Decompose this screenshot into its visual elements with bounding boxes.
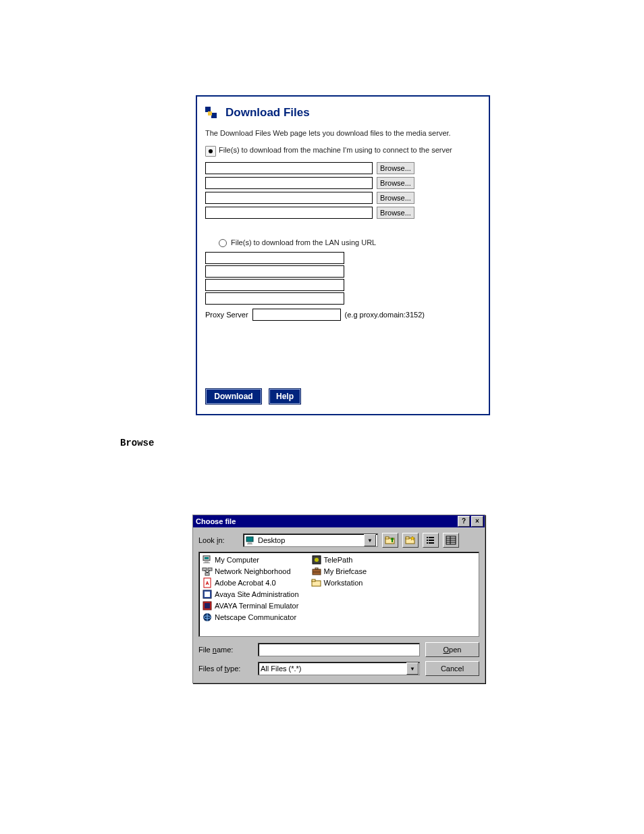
app-icon	[202, 600, 213, 611]
download-button[interactable]: Download	[205, 388, 262, 405]
svg-rect-11	[429, 537, 434, 538]
folder-icon	[311, 577, 322, 588]
lookin-value: Desktop	[258, 536, 285, 544]
panel-header: Download Files	[197, 97, 489, 124]
list-item[interactable]: My Briefcase	[311, 565, 367, 577]
svg-rect-4	[248, 542, 252, 544]
browse-button[interactable]: Browse...	[377, 162, 414, 174]
list-item[interactable]: Avaya Site Administration	[202, 588, 299, 600]
list-item[interactable]: TelePath	[311, 554, 367, 565]
file-input-2[interactable]	[205, 177, 373, 189]
choose-file-dialog: Choose file ? × Look in:	[192, 515, 485, 683]
svg-rect-5	[247, 544, 252, 544]
filename-input[interactable]	[258, 643, 420, 656]
download-files-panel: Download Files The Download Files Web pa…	[196, 95, 490, 415]
proxy-label: Proxy Server	[205, 311, 248, 319]
proxy-input[interactable]	[252, 309, 341, 321]
url-input-1[interactable]	[205, 252, 344, 264]
file-input-4[interactable]	[205, 207, 373, 219]
chevron-down-icon[interactable]: ▼	[364, 534, 376, 546]
option-machine-row[interactable]: File(s) to download from the machine I'm…	[197, 145, 489, 157]
dialog-title: Choose file	[196, 517, 236, 525]
option-machine-label: File(s) to download from the machine I'm…	[219, 145, 452, 155]
page-title: Download Files	[225, 106, 310, 120]
browse-button[interactable]: Browse...	[377, 207, 414, 219]
app-icon	[311, 554, 322, 565]
svg-rect-24	[203, 563, 210, 563]
cancel-button[interactable]: Cancel	[425, 661, 479, 676]
svg-rect-27	[205, 573, 209, 575]
file-input-1[interactable]	[205, 162, 373, 174]
file-row: Browse...	[197, 190, 489, 205]
svg-rect-25	[203, 568, 207, 571]
svg-rect-23	[205, 561, 209, 563]
browse-heading: Browse	[120, 438, 154, 448]
svg-rect-33	[205, 592, 210, 597]
filename-label: File name:	[198, 646, 252, 654]
chevron-down-icon[interactable]: ▼	[406, 662, 419, 675]
filetype-select[interactable]: All Files (*.*) ▼	[258, 662, 420, 675]
radio-unselected-icon[interactable]	[219, 239, 227, 247]
netscape-icon	[202, 612, 213, 623]
svg-rect-0	[205, 107, 211, 112]
option-lan-label: File(s) to download from the LAN using U…	[231, 238, 376, 248]
filetype-label: Files of type:	[198, 664, 252, 673]
lookin-row: Look in: Desktop ▼	[198, 533, 479, 548]
svg-point-40	[315, 558, 319, 562]
svg-rect-35	[205, 603, 210, 608]
pdf-icon: A	[202, 577, 213, 588]
lookin-select[interactable]: Desktop ▼	[243, 533, 378, 547]
computer-icon	[202, 554, 213, 565]
svg-rect-13	[429, 540, 434, 541]
lookin-label: Look in:	[198, 536, 239, 544]
svg-rect-14	[427, 542, 428, 544]
list-view-icon[interactable]	[423, 533, 439, 548]
svg-rect-3	[246, 537, 253, 542]
list-item[interactable]: AVAYA Terminal Emulator	[202, 600, 299, 611]
radio-selected-icon[interactable]	[205, 146, 216, 157]
up-one-level-icon[interactable]	[382, 533, 398, 548]
dialog-titlebar[interactable]: Choose file ? ×	[193, 515, 485, 527]
file-row: Browse...	[197, 205, 489, 220]
logo-icon	[204, 106, 217, 120]
list-item[interactable]: A Adobe Acrobat 4.0	[202, 577, 299, 588]
details-view-icon[interactable]	[443, 533, 459, 548]
list-item[interactable]: My Computer	[202, 554, 299, 565]
file-row: Browse...	[197, 176, 489, 190]
desktop-icon	[245, 535, 256, 546]
list-item[interactable]: Workstation	[311, 577, 367, 588]
svg-rect-26	[208, 568, 212, 571]
svg-rect-42	[315, 568, 318, 569]
url-input-3[interactable]	[205, 279, 344, 291]
svg-text:A: A	[205, 581, 209, 585]
intro-text: The Download Files Web page lets you dow…	[197, 124, 489, 145]
app-icon	[202, 589, 213, 600]
proxy-hint: (e.g proxy.domain:3152)	[345, 311, 425, 319]
browse-button[interactable]: Browse...	[377, 192, 414, 204]
svg-rect-1	[211, 113, 217, 118]
url-input-4[interactable]	[205, 292, 344, 305]
help-icon[interactable]: ?	[458, 516, 470, 527]
url-input-2[interactable]	[205, 265, 344, 278]
file-listing[interactable]: My Computer Network Neighborhood A Adobe…	[198, 552, 479, 637]
svg-rect-7	[385, 537, 389, 539]
network-icon	[202, 566, 213, 577]
browse-button[interactable]: Browse...	[377, 177, 414, 189]
close-icon[interactable]: ×	[471, 516, 483, 527]
svg-rect-45	[312, 579, 315, 581]
option-lan-row[interactable]: File(s) to download from the LAN using U…	[197, 238, 489, 248]
svg-rect-12	[427, 540, 428, 541]
svg-rect-2	[208, 111, 212, 115]
list-item[interactable]: Netscape Communicator	[202, 611, 299, 623]
svg-rect-10	[427, 537, 428, 538]
svg-rect-22	[205, 557, 209, 559]
briefcase-icon	[311, 566, 322, 577]
open-button[interactable]: Open	[425, 642, 479, 657]
new-folder-icon[interactable]	[402, 533, 419, 548]
help-button[interactable]: Help	[269, 388, 301, 405]
file-input-3[interactable]	[205, 192, 373, 204]
list-item[interactable]: Network Neighborhood	[202, 565, 299, 577]
proxy-row: Proxy Server (e.g proxy.domain:3152)	[197, 306, 489, 321]
file-row: Browse...	[197, 161, 489, 176]
action-row: Download Help	[205, 388, 301, 405]
